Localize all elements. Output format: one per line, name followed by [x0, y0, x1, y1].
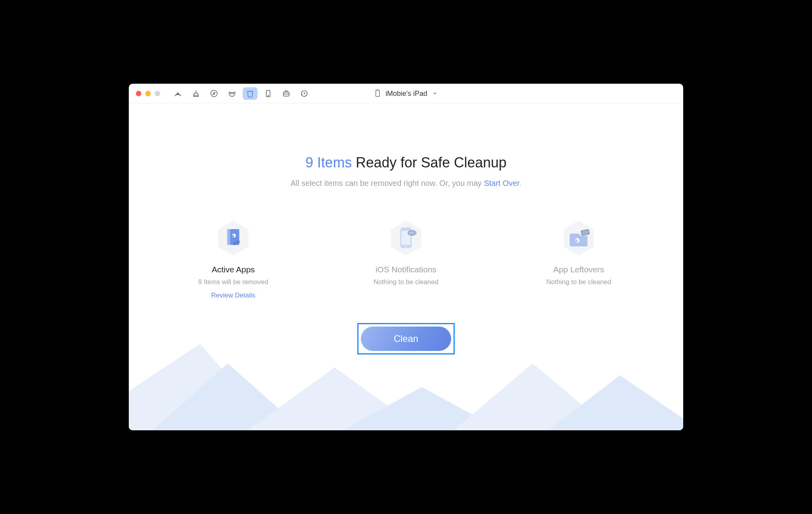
- svg-point-12: [236, 240, 240, 244]
- card-ios-notifications-sub: Nothing to be cleaned: [373, 278, 438, 286]
- compass-icon[interactable]: [207, 87, 221, 100]
- svg-rect-7: [376, 90, 379, 97]
- device-selector[interactable]: iMobie's iPad: [375, 89, 438, 97]
- device-name: iMobie's iPad: [386, 89, 428, 97]
- app-window: iMobie's iPad 9 Items Ready for Safe Cle…: [129, 84, 683, 430]
- review-details-link[interactable]: Review Details: [211, 292, 255, 299]
- maximize-window-button[interactable]: [155, 91, 160, 96]
- subline: All select items can be removed right no…: [291, 179, 521, 188]
- subline-before: All select items can be removed right no…: [291, 179, 484, 187]
- svg-marker-25: [129, 344, 275, 430]
- card-ios-notifications-title: iOS Notifications: [375, 265, 436, 274]
- broom-icon[interactable]: [188, 87, 203, 100]
- svg-point-1: [211, 90, 218, 97]
- ios-notifications-icon: [387, 219, 425, 257]
- close-window-button[interactable]: [136, 91, 141, 96]
- active-apps-icon: [214, 219, 252, 257]
- svg-point-18: [408, 230, 417, 236]
- minimize-window-button[interactable]: [145, 91, 151, 96]
- briefcase-icon[interactable]: [279, 87, 294, 100]
- svg-point-3: [233, 93, 234, 94]
- card-active-apps: Active Apps 9 Items will be removed Revi…: [182, 219, 284, 299]
- app-leftovers-icon: [560, 219, 598, 257]
- mask-icon[interactable]: [225, 87, 240, 100]
- subline-after: .: [519, 179, 521, 187]
- headline: 9 Items Ready for Safe Cleanup: [305, 154, 507, 171]
- svg-marker-27: [248, 367, 422, 430]
- svg-rect-10: [227, 229, 230, 245]
- cards-row: Active Apps 9 Items will be removed Revi…: [182, 219, 630, 299]
- card-app-leftovers-title: App Leftovers: [553, 265, 604, 274]
- headline-accent: 9 Items: [305, 154, 352, 171]
- card-app-leftovers-sub: Nothing to be cleaned: [546, 278, 611, 286]
- clean-button[interactable]: Clean: [361, 327, 451, 351]
- window-controls: [136, 91, 160, 96]
- start-over-link[interactable]: Start Over: [484, 179, 519, 187]
- card-active-apps-title: Active Apps: [212, 265, 255, 274]
- main-content: 9 Items Ready for Safe Cleanup All selec…: [129, 103, 683, 430]
- titlebar: iMobie's iPad: [129, 84, 683, 103]
- svg-point-17: [405, 246, 407, 248]
- chevron-down-icon: [432, 91, 437, 96]
- card-ios-notifications: iOS Notifications Nothing to be cleaned: [355, 219, 457, 299]
- card-active-apps-sub: 9 Items will be removed: [198, 278, 269, 286]
- svg-point-2: [230, 93, 231, 94]
- trash-icon[interactable]: [243, 87, 258, 100]
- svg-marker-26: [153, 363, 303, 430]
- toolbar: [170, 87, 312, 100]
- headline-rest: Ready for Safe Cleanup: [352, 154, 507, 171]
- svg-point-13: [233, 242, 237, 246]
- device-icon[interactable]: [261, 87, 276, 100]
- airdrop-icon[interactable]: [170, 87, 185, 100]
- svg-point-0: [177, 92, 179, 94]
- svg-rect-19: [410, 232, 415, 233]
- card-app-leftovers: App Leftovers Nothing to be cleaned: [528, 219, 630, 299]
- svg-marker-29: [454, 363, 612, 430]
- svg-marker-30: [549, 375, 683, 430]
- phone-icon: [375, 90, 381, 97]
- svg-rect-20: [410, 233, 413, 234]
- svg-marker-28: [343, 387, 501, 430]
- svg-point-5: [268, 95, 268, 95]
- clean-button-highlight: Clean: [357, 323, 455, 354]
- history-icon[interactable]: [297, 87, 312, 100]
